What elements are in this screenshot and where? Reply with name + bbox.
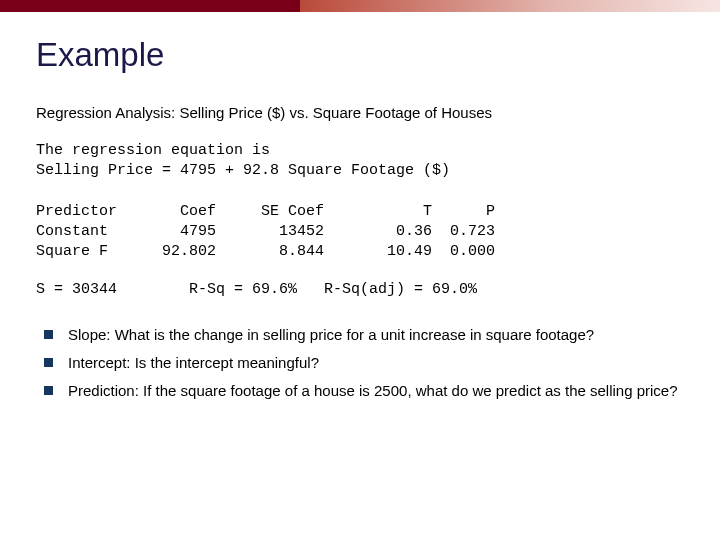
slide-content: Example Regression Analysis: Selling Pri… (0, 12, 720, 401)
equation-line-1: The regression equation is (36, 142, 270, 159)
predictor-table: Predictor Coef SE Coef T P Constant 4795… (36, 202, 690, 263)
page-title: Example (36, 36, 690, 74)
list-item: Slope: What is the change in selling pri… (40, 325, 690, 345)
table-row: Constant 4795 13452 0.36 0.723 (36, 223, 495, 240)
table-row: Square F 92.802 8.844 10.49 0.000 (36, 243, 495, 260)
list-item: Prediction: If the square footage of a h… (40, 381, 690, 401)
top-accent-bar (0, 0, 720, 12)
model-stats-line: S = 30344 R-Sq = 69.6% R-Sq(adj) = 69.0% (36, 280, 690, 300)
regression-equation-block: The regression equation is Selling Price… (36, 141, 690, 182)
table-header-row: Predictor Coef SE Coef T P (36, 203, 495, 220)
list-item: Intercept: Is the intercept meaningful? (40, 353, 690, 373)
top-accent-solid (0, 0, 300, 12)
question-list: Slope: What is the change in selling pri… (36, 325, 690, 402)
top-accent-gradient (300, 0, 720, 12)
analysis-subhead: Regression Analysis: Selling Price ($) v… (36, 104, 690, 121)
equation-line-2: Selling Price = 4795 + 92.8 Square Foota… (36, 162, 450, 179)
